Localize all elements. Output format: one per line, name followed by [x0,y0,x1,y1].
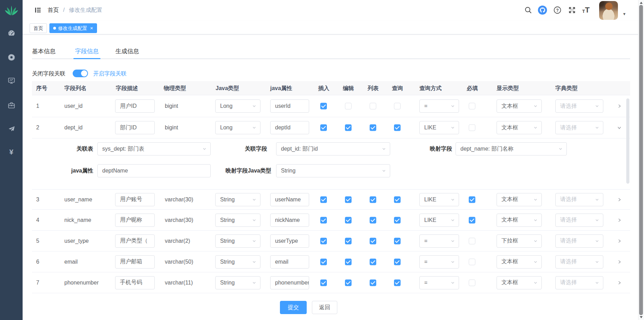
query-way-select[interactable]: = [419,276,459,289]
tag-close-icon[interactable]: × [90,24,93,33]
display-type-select[interactable]: 文本框 [497,255,542,269]
tag-active[interactable]: 修改生成配置 × [49,23,97,33]
field-description-input[interactable]: 用户账号 [115,193,155,206]
expand-toggle[interactable] [617,239,622,243]
query-checkbox[interactable] [394,258,401,265]
query-checkbox[interactable] [394,238,401,244]
edit-checkbox[interactable] [345,279,352,286]
tab-gen-info[interactable]: 生成信息 [115,47,139,56]
insert-checkbox[interactable] [320,279,327,286]
java-field-input[interactable]: nickName [270,214,309,227]
edit-checkbox[interactable] [345,217,352,223]
sidebar-item-send[interactable] [0,122,23,136]
query-checkbox[interactable] [394,279,401,286]
query-way-select[interactable]: = [419,99,459,113]
list-checkbox[interactable] [370,196,376,203]
list-checkbox[interactable] [370,217,376,223]
dict-type-select[interactable]: 请选择 [555,234,603,248]
sidebar-item-tool[interactable] [0,98,23,112]
java-type-select[interactable]: String [215,255,260,269]
dict-type-select[interactable]: 请选择 [555,276,603,289]
required-checkbox[interactable] [469,103,475,110]
java-type-select[interactable]: String [215,193,260,206]
avatar[interactable] [599,1,618,20]
required-checkbox[interactable] [469,196,475,203]
java-type-select[interactable]: String [215,276,260,289]
caret-down-icon[interactable]: ▼ [622,12,626,16]
java-field-input[interactable]: deptId [270,121,309,134]
required-checkbox[interactable] [469,258,475,265]
page-scrollbar[interactable] [638,0,644,320]
dict-type-select[interactable]: 请选择 [555,255,603,269]
list-checkbox[interactable] [370,279,376,286]
relation-field-select[interactable]: dept_id: 部门id [276,142,390,155]
java-field-input[interactable]: userName [270,193,309,206]
sidebar-item-system[interactable] [0,50,23,64]
list-checkbox[interactable] [370,125,376,131]
query-way-select[interactable]: LIKE [419,193,459,206]
insert-checkbox[interactable] [320,217,327,223]
edit-checkbox[interactable] [345,258,352,265]
sidebar-item-pay[interactable]: ¥ [0,145,23,159]
java-type-select[interactable]: Long [215,121,260,134]
java-field-input[interactable]: userType [270,234,309,248]
page-scrollbar-thumb[interactable] [639,5,643,315]
table-scrollbar-thumb[interactable] [626,98,629,184]
expand-toggle[interactable] [617,125,622,130]
scroll-up-arrow[interactable] [640,2,643,4]
java-type-select[interactable]: String [215,214,260,227]
field-description-input[interactable]: 用户类型（ [115,234,155,248]
relation-table-select[interactable]: sys_dept: 部门表 [97,142,211,155]
list-checkbox[interactable] [370,103,376,110]
java-type-select[interactable]: String [215,234,260,248]
expand-toggle[interactable] [617,197,622,202]
app-logo[interactable] [4,3,19,19]
field-description-input[interactable]: 手机号码 [115,276,155,289]
scroll-down-arrow[interactable] [640,316,643,318]
insert-checkbox[interactable] [320,125,327,131]
edit-checkbox[interactable] [345,125,352,131]
edit-checkbox[interactable] [345,238,352,244]
display-type-select[interactable]: 文本框 [497,193,542,206]
dict-type-select[interactable]: 请选择 [555,214,603,227]
query-checkbox[interactable] [394,217,401,223]
github-link[interactable] [537,5,548,15]
java-field-input[interactable]: phonenumber [270,276,309,289]
list-checkbox[interactable] [370,258,376,265]
field-description-input[interactable]: 部门ID [115,121,155,134]
query-way-select[interactable]: LIKE [419,121,459,134]
expand-toggle[interactable] [617,280,622,285]
required-checkbox[interactable] [469,125,475,131]
breadcrumb-home[interactable]: 首页 [48,7,59,13]
display-type-select[interactable]: 文本框 [497,276,542,289]
query-way-select[interactable]: LIKE [419,214,459,227]
insert-checkbox[interactable] [320,196,327,203]
fullscreen-button[interactable] [567,5,577,15]
expand-toggle[interactable] [617,218,622,223]
display-type-select[interactable]: 下拉框 [497,234,542,248]
sidebar-item-monitor[interactable] [0,74,23,88]
java-field-input[interactable]: email [270,255,309,269]
field-description-input[interactable]: 用户邮箱 [115,255,155,269]
tab-basic-info[interactable]: 基本信息 [32,47,56,56]
edit-checkbox[interactable] [345,103,352,110]
relation-switch[interactable] [73,70,88,77]
sidebar-item-dashboard[interactable] [0,26,23,40]
query-checkbox[interactable] [394,125,401,131]
font-size-button[interactable]: T T [581,5,591,15]
tag-home[interactable]: 首页 [30,23,47,33]
insert-checkbox[interactable] [320,238,327,244]
display-type-select[interactable]: 文本框 [497,214,542,227]
dict-type-select[interactable]: 请选择 [555,121,603,134]
help-button[interactable]: ? [552,5,563,15]
submit-button[interactable]: 提交 [280,301,307,314]
insert-checkbox[interactable] [320,258,327,265]
java-type-select[interactable]: Long [215,99,260,113]
dict-type-select[interactable]: 请选择 [555,99,603,113]
required-checkbox[interactable] [469,217,475,223]
field-description-input[interactable]: 用户ID [115,99,155,113]
field-description-input[interactable]: 用户昵称 [115,214,155,227]
query-checkbox[interactable] [394,196,401,203]
expand-toggle[interactable] [617,259,622,264]
query-way-select[interactable]: = [419,234,459,248]
